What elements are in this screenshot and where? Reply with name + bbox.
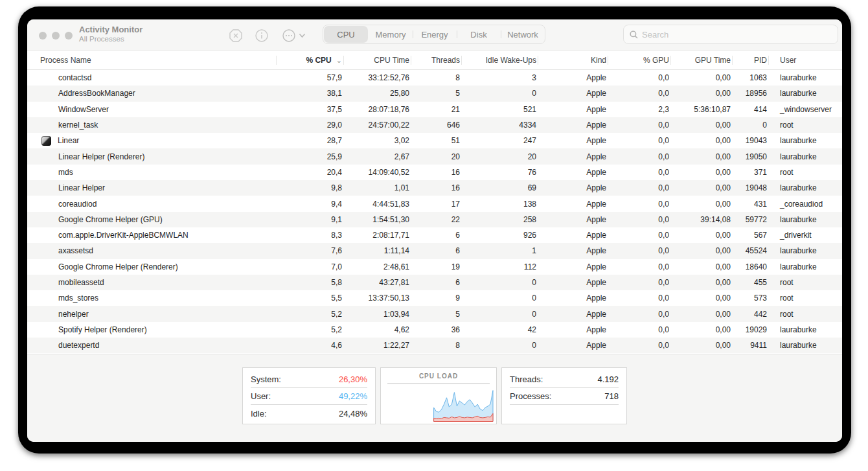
column-header-gpu[interactable]: % GPU	[608, 51, 670, 69]
idle-value: 24,48%	[339, 409, 367, 419]
user-cell: root	[768, 168, 842, 177]
tab-cpu[interactable]: CPU	[324, 26, 368, 43]
process-row[interactable]: mds_stores 5,5 13:37:50,13 9 0 Apple 0,0…	[27, 290, 842, 306]
threads-label: Threads:	[510, 374, 543, 384]
user-cell: lauraburke	[768, 325, 842, 334]
idle-wakeups-cell: 138	[461, 200, 538, 209]
threads-cell: 20	[411, 152, 461, 161]
column-header-idle-wakeups[interactable]: Idle Wake-Ups	[461, 51, 538, 69]
idle-wakeups-cell: 20	[461, 152, 538, 161]
process-row[interactable]: WindowServer 37,5 28:07:18,76 21 521 App…	[27, 102, 842, 117]
cpu-load-chart	[385, 386, 494, 422]
icon-gutter	[40, 120, 58, 130]
linear-app-icon	[41, 136, 51, 146]
user-cell: lauraburke	[768, 136, 842, 145]
gpu-cell: 0,0	[608, 246, 670, 255]
process-row[interactable]: Linear 28,7 3,02 51 247 Apple 0,0 0,00 1…	[27, 133, 842, 148]
pid-cell: 455	[732, 278, 768, 287]
process-row[interactable]: axassetsd 7,6 1:11,14 6 1 Apple 0,0 0,00…	[27, 243, 842, 258]
process-row[interactable]: mobileassetd 5,8 43:27,81 6 0 Apple 0,0 …	[27, 275, 842, 290]
user-load-area	[434, 391, 493, 422]
pid-cell: 414	[732, 105, 768, 114]
view-tabs: CPUMemoryEnergyDiskNetwork	[323, 25, 545, 44]
inspect-process-button[interactable]	[254, 28, 269, 43]
threads-cell: 21	[411, 105, 461, 114]
quit-process-button[interactable]	[228, 28, 244, 43]
view-options-button[interactable]	[281, 28, 297, 43]
process-row[interactable]: Linear Helper (Renderer) 25,9 2,67 20 20…	[27, 148, 842, 164]
icon-gutter	[40, 246, 58, 256]
cpu-cell: 57,9	[276, 73, 343, 82]
gpu-cell: 0,0	[608, 73, 670, 82]
user-label: User:	[251, 391, 271, 401]
gpu-time-cell: 0,00	[670, 73, 732, 82]
idle-wakeups-cell: 0	[461, 278, 538, 287]
gpu-cell: 0,0	[608, 310, 670, 319]
process-row[interactable]: com.apple.DriverKit-AppleBCMWLAN 8,3 2:0…	[27, 227, 842, 243]
column-header-process-name[interactable]: Process Name	[27, 51, 276, 69]
search-field[interactable]: Search	[623, 25, 838, 44]
window-title: Activity Monitor	[79, 25, 143, 34]
column-header-cpu-time[interactable]: CPU Time	[343, 51, 411, 69]
user-cell: lauraburke	[768, 262, 842, 271]
process-name-cell: Google Chrome Helper (GPU)	[27, 214, 276, 225]
process-row[interactable]: coreaudiod 9,4 4:44:51,83 17 138 Apple 0…	[27, 196, 842, 211]
gpu-cell: 0,0	[608, 183, 670, 192]
user-cell: root	[768, 278, 842, 287]
idle-wakeups-cell: 1	[461, 246, 538, 255]
process-name-cell: AddressBookManager	[27, 88, 276, 98]
idle-wakeups-cell: 42	[461, 325, 538, 334]
cpu-time-cell: 28:07:18,76	[343, 105, 411, 114]
process-row[interactable]: Google Chrome Helper (Renderer) 7,0 2:48…	[27, 259, 842, 275]
close-window-button[interactable]	[39, 32, 47, 40]
process-row[interactable]: Google Chrome Helper (GPU) 9,1 1:54:51,3…	[27, 212, 842, 227]
icon-gutter	[40, 340, 58, 350]
threads-cell: 6	[411, 278, 461, 287]
gpu-cell: 0,0	[608, 215, 670, 224]
column-header-kind[interactable]: Kind	[538, 51, 608, 69]
tab-memory[interactable]: Memory	[369, 25, 413, 43]
idle-wakeups-cell: 76	[461, 168, 538, 177]
icon-gutter	[40, 262, 58, 272]
tab-network[interactable]: Network	[501, 25, 545, 43]
process-row[interactable]: mds 20,4 14:09:40,52 16 76 Apple 0,0 0,0…	[27, 165, 842, 180]
process-row[interactable]: Linear Helper 9,8 1,01 16 69 Apple 0,0 0…	[27, 180, 842, 196]
kind-cell: Apple	[538, 293, 608, 303]
column-header-cpu[interactable]: % CPU ⌄	[276, 51, 343, 69]
process-row[interactable]: nehelper 5,2 1:03,94 5 0 Apple 0,0 0,00 …	[27, 306, 842, 321]
process-row[interactable]: Spotify Helper (Renderer) 5,2 4,62 36 42…	[27, 322, 842, 338]
gpu-cell: 0,0	[608, 278, 670, 287]
view-options-chevron[interactable]	[297, 28, 307, 43]
kind-cell: Apple	[538, 341, 608, 350]
idle-wakeups-cell: 926	[461, 231, 538, 240]
process-row[interactable]: kernel_task 29,0 24:57:00,22 646 4334 Ap…	[27, 117, 842, 133]
threads-cell: 6	[411, 231, 461, 240]
column-header-threads[interactable]: Threads	[411, 51, 461, 69]
user-cell: _windowserver	[768, 105, 842, 114]
cpu-load-title: CPU LOAD	[381, 368, 496, 380]
cpu-time-cell: 24:57:00,22	[343, 121, 411, 130]
icon-gutter	[40, 325, 58, 335]
gpu-cell: 0,0	[608, 200, 670, 209]
cpu-summary-box: System: 26,30% User: 49,22% Idle: 24,48%	[242, 367, 376, 424]
column-header-pid[interactable]: PID	[732, 51, 768, 69]
cpu-cell: 25,9	[276, 152, 343, 161]
process-row[interactable]: contactsd 57,9 33:12:52,76 8 3 Apple 0,0…	[27, 70, 842, 86]
threads-cell: 16	[411, 168, 461, 177]
minimize-window-button[interactable]	[52, 32, 60, 40]
column-header-user[interactable]: User	[768, 51, 842, 69]
process-row[interactable]: duetexpertd 4,6 1:22,27 8 0 Apple 0,0 0,…	[27, 338, 842, 353]
icon-gutter	[40, 214, 58, 225]
gpu-time-cell: 0,00	[670, 231, 732, 240]
column-header-gpu-time[interactable]: GPU Time	[670, 51, 732, 69]
kind-cell: Apple	[538, 183, 608, 192]
gpu-cell: 0,0	[608, 262, 670, 271]
kind-cell: Apple	[538, 105, 608, 114]
kind-cell: Apple	[538, 310, 608, 319]
tab-disk[interactable]: Disk	[457, 25, 501, 43]
zoom-window-button[interactable]	[65, 32, 73, 40]
process-row[interactable]: AddressBookManager 38,1 25,80 5 0 Apple …	[27, 86, 842, 101]
gpu-time-cell: 0,00	[670, 325, 732, 334]
tab-energy[interactable]: Energy	[413, 25, 457, 43]
pid-cell: 19050	[732, 152, 768, 161]
